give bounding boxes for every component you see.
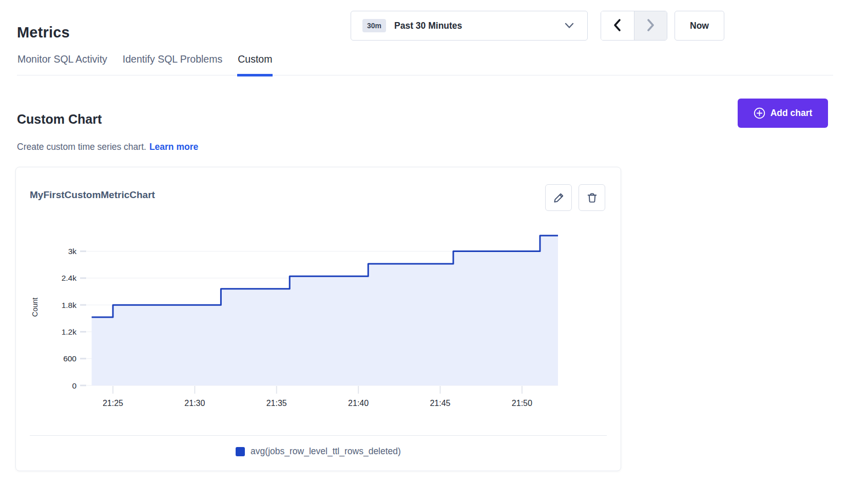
svg-text:21:30: 21:30 xyxy=(184,399,205,408)
chart-card-header: MyFirstCustomMetricChart xyxy=(16,167,621,211)
time-step-buttons xyxy=(601,11,667,41)
plus-circle-icon xyxy=(754,107,765,119)
trash-icon xyxy=(586,192,598,204)
legend-swatch xyxy=(236,447,245,456)
chevron-left-icon xyxy=(612,18,623,33)
svg-text:0: 0 xyxy=(72,381,76,390)
legend-series-label: avg(jobs_row_level_ttl_rows_deleted) xyxy=(251,446,401,457)
tab-identify-sql-problems[interactable]: Identify SQL Problems xyxy=(122,53,223,76)
section-subtitle: Create custom time series chart.Learn mo… xyxy=(17,142,198,152)
svg-text:600: 600 xyxy=(63,354,76,363)
svg-text:21:25: 21:25 xyxy=(103,399,123,408)
tab-custom[interactable]: Custom xyxy=(237,53,273,76)
svg-text:21:50: 21:50 xyxy=(512,399,532,408)
legend-divider xyxy=(30,435,607,436)
delete-chart-button[interactable] xyxy=(579,184,605,211)
time-range-badge: 30m xyxy=(362,19,386,32)
chart-actions xyxy=(545,184,605,211)
time-controls: 30m Past 30 Minutes Now xyxy=(351,11,724,41)
custom-chart-plot: 06001.2k1.8k2.4k3k21:2521:3021:3521:4021… xyxy=(16,219,622,416)
time-range-label: Past 30 Minutes xyxy=(394,21,462,31)
svg-text:21:35: 21:35 xyxy=(266,399,287,408)
custom-chart-card: MyFirstCustomMetricChart 06001.2k1.8k2.4… xyxy=(15,167,621,471)
now-button[interactable]: Now xyxy=(675,11,724,41)
metrics-page: Metrics 30m Past 30 Minutes Now Monitor xyxy=(0,0,847,504)
chart-title: MyFirstCustomMetricChart xyxy=(30,184,155,201)
svg-text:21:45: 21:45 xyxy=(430,399,450,408)
time-range-dropdown[interactable]: 30m Past 30 Minutes xyxy=(351,11,588,41)
previous-time-button[interactable] xyxy=(601,11,634,40)
pencil-icon xyxy=(553,192,565,204)
page-title: Metrics xyxy=(17,24,70,41)
svg-text:1.2k: 1.2k xyxy=(62,327,77,336)
svg-text:Count: Count xyxy=(31,298,39,317)
chevron-down-icon xyxy=(565,23,574,29)
chevron-right-icon xyxy=(645,18,656,33)
subtitle-text: Create custom time series chart. xyxy=(17,142,146,152)
next-time-button[interactable] xyxy=(634,11,667,40)
learn-more-link[interactable]: Learn more xyxy=(149,142,198,152)
add-chart-button[interactable]: Add chart xyxy=(738,99,828,128)
svg-text:1.8k: 1.8k xyxy=(62,301,77,309)
chart-legend: avg(jobs_row_level_ttl_rows_deleted) xyxy=(16,446,621,457)
edit-chart-button[interactable] xyxy=(545,184,572,211)
section-heading: Custom Chart xyxy=(17,112,102,127)
metrics-tabs: Monitor SQL Activity Identify SQL Proble… xyxy=(17,53,833,75)
tab-monitor-sql-activity[interactable]: Monitor SQL Activity xyxy=(17,53,108,76)
svg-text:3k: 3k xyxy=(68,247,77,256)
add-chart-label: Add chart xyxy=(771,108,813,119)
svg-text:21:40: 21:40 xyxy=(348,399,369,408)
svg-text:2.4k: 2.4k xyxy=(62,274,77,282)
